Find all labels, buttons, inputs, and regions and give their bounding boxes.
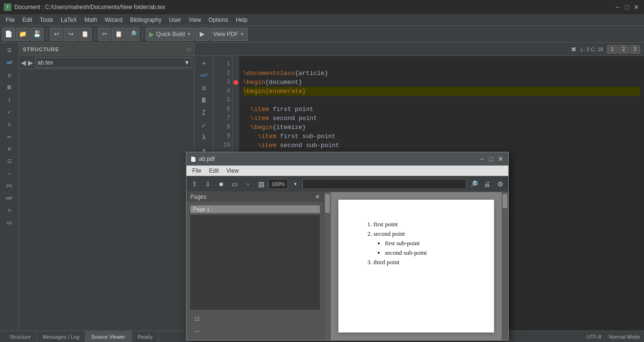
sidebar-icon-bold[interactable]: B	[3, 82, 16, 93]
pdf-fit-page[interactable]: ■	[215, 178, 227, 190]
pdf-page-1-thumb	[190, 215, 320, 310]
sidebar-icon-lambda[interactable]: λ	[3, 119, 16, 130]
pages-scrollbar[interactable]	[324, 192, 331, 340]
title-bar: T Document : C:/Users/mahesh/Documents/N…	[0, 0, 644, 14]
sidebar-icon-mp[interactable]: MP	[3, 193, 16, 204]
sidebar-icon-section[interactable]: ☰	[3, 45, 16, 56]
editor-alpha-icon[interactable]: α	[197, 83, 211, 94]
editor-italic-icon[interactable]: I	[197, 107, 211, 119]
nav-forward-arrow[interactable]: ▶	[28, 59, 33, 66]
menu-view[interactable]: View	[185, 16, 205, 24]
maximize-button[interactable]: □	[623, 3, 631, 11]
quick-build-button[interactable]: ▶ Quick Build ▼	[146, 28, 195, 41]
pdf-fit-both[interactable]: ▧	[255, 178, 267, 190]
sidebar-icon-alpha[interactable]: α	[3, 69, 16, 81]
nav-back-arrow[interactable]: ◀	[21, 59, 26, 66]
view-pdf-dropdown-arrow[interactable]: ▼	[240, 32, 244, 37]
pdf-minimize-button[interactable]: −	[478, 155, 485, 163]
pdf-window-title: ab.pdf	[199, 156, 215, 162]
pdf-page-nav-list[interactable]: ─	[190, 326, 204, 336]
compile-button[interactable]: ▶	[196, 28, 209, 41]
quick-build-dropdown-arrow[interactable]: ▼	[187, 32, 191, 37]
editor-check-icon[interactable]: ✓	[197, 120, 211, 131]
structure-title: STRUCTURE	[23, 46, 59, 52]
menu-math[interactable]: Math	[81, 16, 101, 24]
structure-minimize-icon[interactable]: □	[187, 46, 190, 53]
mode-label: Normal Mode	[609, 334, 640, 340]
pdf-maximize-button[interactable]: □	[487, 155, 495, 163]
editor-close-icon[interactable]: ✖	[571, 46, 577, 53]
new-button[interactable]: 📄	[2, 28, 15, 41]
pdf-search-icon[interactable]: 🔎	[467, 178, 480, 190]
redo-button[interactable]: ↪	[64, 28, 77, 41]
window-title: Document : C:/Users/mahesh/Documents/New…	[14, 4, 165, 10]
status-ready: Ready	[131, 331, 159, 342]
menu-options[interactable]: Options	[205, 16, 232, 24]
pdf-menu-view[interactable]: View	[223, 166, 243, 175]
find-button[interactable]: 🔎	[126, 28, 140, 41]
sidebar-icon-ref[interactable]: ref	[3, 57, 16, 68]
pdf-pages-header: Pages ✕	[187, 192, 324, 202]
left-sidebar: ☰ ref α B I ✓ λ ∞ ✕ ☷ ─ PS MP TI AS	[0, 43, 19, 331]
sidebar-icon-italic[interactable]: I	[3, 94, 16, 105]
pdf-scrollbar[interactable]	[502, 192, 508, 340]
open-button[interactable]: 📁	[16, 28, 29, 41]
view-btn-3[interactable]: 3	[630, 45, 640, 54]
sidebar-icon-list[interactable]: ─	[3, 168, 16, 179]
editor-bold-icon[interactable]: B	[197, 95, 211, 106]
separator-1	[47, 28, 47, 40]
minimize-button[interactable]: −	[614, 3, 621, 11]
editor-ref-icon[interactable]: ref	[197, 70, 211, 82]
file-dropdown[interactable]: ab.tex ▼	[35, 57, 192, 68]
pdf-fit-width[interactable]: ▭	[228, 178, 241, 190]
cursor-position: L: 3 C: 19	[580, 46, 603, 52]
pdf-pages-close[interactable]: ✕	[315, 194, 320, 200]
pdf-search-input[interactable]	[302, 179, 467, 189]
pdf-down-arrow[interactable]: ⇩	[202, 178, 214, 190]
tab-source-viewer[interactable]: Source Viewer	[85, 331, 131, 342]
save-button[interactable]: 💾	[30, 28, 44, 41]
copy2-button[interactable]: 📋	[78, 28, 92, 41]
paste-button[interactable]: 📋	[112, 28, 125, 41]
tab-messages[interactable]: Messages / Log	[37, 331, 86, 342]
pdf-settings-icon[interactable]: ⚙	[494, 178, 506, 190]
editor-lambda-icon[interactable]: λ	[197, 132, 211, 143]
view-btn-1[interactable]: 1	[607, 45, 617, 54]
pdf-menu-file[interactable]: File	[188, 166, 205, 175]
pdf-page-nav-12[interactable]: 12	[190, 314, 204, 324]
menu-latex[interactable]: LaTeX	[57, 16, 81, 24]
pdf-close-button[interactable]: ✕	[497, 155, 504, 163]
close-button[interactable]: ✕	[633, 3, 640, 11]
sidebar-icon-ti[interactable]: TI	[3, 205, 16, 216]
menu-file[interactable]: File	[2, 16, 19, 24]
menu-edit[interactable]: Edit	[19, 16, 36, 24]
separator-3	[142, 28, 143, 40]
pdf-zoom-dropdown[interactable]: ▼	[289, 178, 301, 190]
pdf-menu-edit[interactable]: Edit	[205, 166, 223, 175]
view-pdf-button[interactable]: View PDF ▼	[210, 28, 248, 41]
cut-button[interactable]: ✂	[98, 28, 111, 41]
menu-user[interactable]: User	[165, 16, 185, 24]
editor-add-icon[interactable]: +	[197, 58, 211, 69]
menu-tools[interactable]: Tools	[36, 16, 57, 24]
sidebar-icon-as[interactable]: AS	[3, 217, 16, 229]
structure-body	[19, 69, 194, 331]
sidebar-icon-ps[interactable]: PS	[3, 180, 16, 192]
pdf-fit-height[interactable]: ▫	[242, 178, 254, 190]
pdf-zoom-level[interactable]: 100%	[268, 179, 288, 189]
view-btn-2[interactable]: 2	[618, 45, 629, 54]
menu-bibliography[interactable]: Bibliography	[126, 16, 165, 24]
pdf-print-icon[interactable]: 🖨	[481, 178, 493, 190]
undo-button[interactable]: ↩	[50, 28, 63, 41]
sidebar-icon-check[interactable]: ✓	[3, 106, 16, 118]
sidebar-icon-infinity[interactable]: ∞	[3, 131, 16, 142]
menu-help[interactable]: Help	[232, 16, 252, 24]
pdf-body: Pages ✕ Page 1 12 ─ first point se	[187, 192, 508, 340]
pdf-item-1: first point	[373, 221, 470, 228]
sidebar-icon-cross[interactable]: ✕	[3, 143, 16, 155]
sidebar-icon-table[interactable]: ☷	[3, 156, 16, 167]
menu-wizard[interactable]: Wizard	[101, 16, 126, 24]
pdf-up-arrow[interactable]: ⇧	[188, 178, 201, 190]
pdf-page-1-label[interactable]: Page 1	[190, 205, 320, 213]
tab-structure[interactable]: Structure	[4, 331, 37, 342]
